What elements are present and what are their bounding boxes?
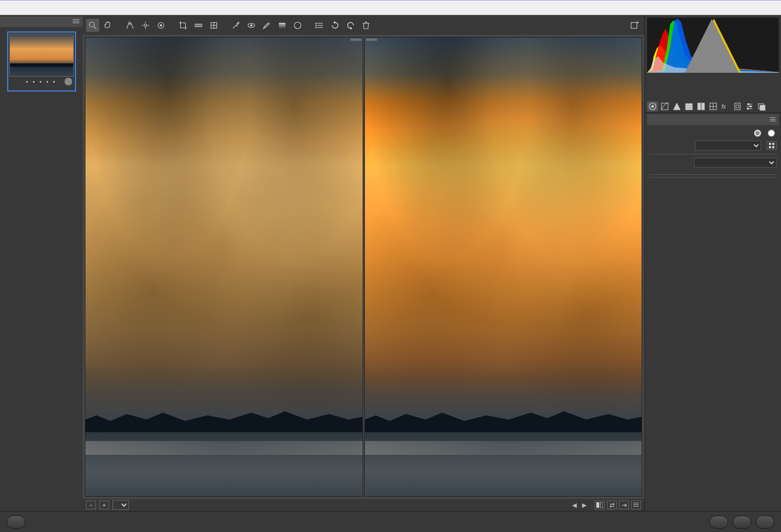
- window-titlebar: [0, 0, 781, 15]
- settings-menu-icon[interactable]: [631, 501, 641, 509]
- crop-tool-icon[interactable]: [176, 19, 190, 32]
- white-balance-tool-icon[interactable]: [123, 19, 137, 32]
- swap-icon[interactable]: ⇄: [607, 501, 617, 509]
- svg-point-2: [144, 24, 147, 26]
- svg-point-23: [316, 27, 317, 28]
- svg-rect-35: [686, 108, 692, 110]
- zoom-in-icon[interactable]: +: [99, 501, 109, 509]
- tab-lens-icon[interactable]: [708, 101, 719, 111]
- rotate-ccw-icon[interactable]: [328, 19, 342, 32]
- delete-icon[interactable]: [359, 19, 373, 32]
- svg-point-43: [736, 105, 739, 108]
- svg-rect-16: [279, 26, 286, 28]
- thumbnail-image: [9, 34, 74, 77]
- thumbnail-filename: [9, 87, 74, 89]
- tab-split-icon[interactable]: [696, 101, 707, 111]
- filmstrip-menu-icon[interactable]: [73, 19, 79, 24]
- filmstrip-header: [0, 17, 83, 27]
- exif-readout: [645, 75, 781, 100]
- tab-fx-icon[interactable]: fx: [720, 101, 731, 111]
- whitebalance-select[interactable]: [694, 158, 777, 168]
- open-image-button[interactable]: [709, 515, 728, 529]
- svg-point-0: [89, 22, 94, 27]
- tab-detail-icon[interactable]: [671, 101, 682, 111]
- preview-after: [364, 37, 643, 497]
- svg-rect-55: [772, 146, 774, 148]
- panel-title: [647, 114, 779, 125]
- svg-rect-25: [596, 502, 599, 508]
- svg-rect-14: [279, 23, 286, 24]
- svg-rect-36: [698, 103, 701, 110]
- right-panel: fx: [644, 15, 781, 511]
- next-image-icon[interactable]: ▶: [580, 502, 588, 509]
- done-button[interactable]: [756, 515, 774, 529]
- bottom-bar: [0, 511, 781, 532]
- zoom-select[interactable]: [112, 500, 129, 510]
- list-view-icon[interactable]: [313, 19, 326, 32]
- svg-marker-32: [674, 103, 680, 110]
- svg-point-4: [160, 24, 162, 26]
- svg-point-17: [294, 22, 301, 29]
- profile-browser-icon[interactable]: [767, 141, 777, 150]
- redeye-tool-icon[interactable]: [245, 19, 258, 32]
- svg-point-22: [316, 25, 317, 26]
- preview-after-label: [366, 39, 377, 41]
- transform-tool-icon[interactable]: [207, 19, 220, 32]
- svg-rect-31: [661, 103, 668, 110]
- svg-rect-33: [686, 104, 692, 105]
- svg-rect-24: [631, 22, 637, 28]
- adjustment-brush-tool-icon[interactable]: [260, 19, 273, 32]
- save-image-button[interactable]: [7, 515, 25, 529]
- preferences-icon[interactable]: [628, 19, 641, 32]
- tab-basic-icon[interactable]: [647, 101, 658, 111]
- cancel-button[interactable]: [732, 515, 751, 529]
- zoom-out-icon[interactable]: −: [86, 501, 96, 509]
- top-toolbar: [83, 15, 644, 35]
- treatment-bw-radio[interactable]: [768, 130, 775, 137]
- treatment-color-radio[interactable]: [754, 130, 761, 137]
- preview-before-label: [351, 39, 362, 41]
- tab-curve-icon[interactable]: [659, 101, 670, 111]
- copy-settings-icon[interactable]: ⇥: [619, 501, 629, 509]
- rotate-cw-icon[interactable]: [344, 19, 357, 32]
- color-sampler-tool-icon[interactable]: [139, 19, 152, 32]
- svg-rect-26: [600, 502, 603, 508]
- svg-marker-28: [685, 19, 740, 73]
- hand-tool-icon[interactable]: [101, 19, 115, 32]
- highlight-clip-warning-icon[interactable]: [647, 19, 778, 73]
- graduated-filter-tool-icon[interactable]: [276, 19, 289, 32]
- tab-calibration-icon[interactable]: [732, 101, 743, 111]
- filmstrip-thumb[interactable]: • • • • •: [7, 31, 76, 92]
- svg-rect-51: [760, 105, 765, 110]
- tab-snapshots-icon[interactable]: [756, 101, 767, 111]
- histogram[interactable]: [647, 18, 779, 73]
- prev-image-icon[interactable]: ◀: [570, 502, 578, 509]
- svg-rect-15: [279, 25, 286, 26]
- targeted-adjust-tool-icon[interactable]: [154, 19, 168, 32]
- svg-point-21: [316, 23, 317, 24]
- svg-rect-34: [686, 106, 692, 108]
- preview-before: [85, 37, 363, 497]
- zoom-tool-icon[interactable]: [86, 19, 99, 32]
- straighten-tool-icon[interactable]: [192, 19, 205, 32]
- before-after-icon[interactable]: [595, 501, 605, 509]
- svg-point-47: [748, 104, 750, 105]
- svg-rect-53: [772, 143, 774, 145]
- tab-presets-icon[interactable]: [744, 101, 755, 111]
- basic-panel-body: [645, 125, 781, 511]
- profile-select[interactable]: [695, 141, 761, 151]
- svg-rect-52: [769, 143, 771, 145]
- svg-point-48: [750, 106, 752, 108]
- preview-area[interactable]: [83, 35, 644, 499]
- svg-rect-37: [702, 103, 704, 110]
- radial-filter-tool-icon[interactable]: [291, 19, 304, 32]
- preview-footer: − + ◀ ▶ ⇄ ⇥: [83, 499, 644, 511]
- thumbnail-rating[interactable]: • • • • •: [9, 79, 74, 85]
- thumbnail-badge-icon: [64, 78, 72, 85]
- tab-hsl-icon[interactable]: [683, 101, 694, 111]
- panel-menu-icon[interactable]: [770, 117, 775, 122]
- spot-removal-tool-icon[interactable]: [229, 19, 243, 32]
- svg-point-30: [651, 105, 654, 108]
- filmstrip-body: • • • • •: [0, 27, 83, 511]
- svg-point-49: [747, 108, 749, 110]
